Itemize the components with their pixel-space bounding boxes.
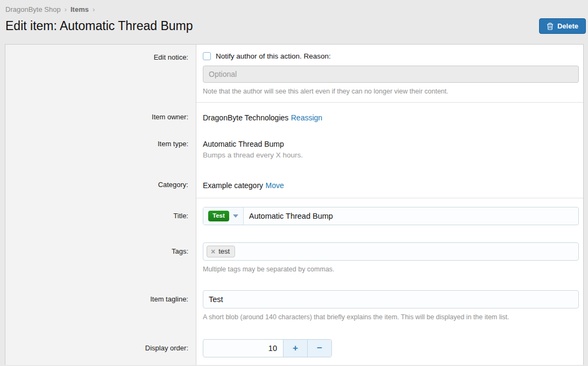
category-label: Category: [5,170,196,198]
delete-button-label: Delete [557,22,578,30]
tagline-label: Item tagline: [5,282,196,329]
page-header: DragonByte Shop›Items› Edit item: Automa… [0,0,588,34]
title-input[interactable] [244,207,578,225]
title-input-group: Test [203,207,579,225]
breadcrumb-separator: › [93,5,95,13]
form-row-edit-notice: Edit notice: Notify author of this actio… [5,45,583,103]
trash-icon [547,23,554,30]
edit-notice-reason-input[interactable] [203,66,579,83]
move-category-link[interactable]: Move [266,181,284,190]
tagline-input[interactable] [203,290,579,308]
display-order-label: Display order: [5,329,196,365]
item-owner-value: DragonByte Technologies [203,113,288,122]
tags-input[interactable]: × test [203,242,579,261]
tags-note: Multiple tags may be separated by commas… [203,265,579,273]
title-prefix-badge: Test [208,211,229,221]
category-value: Example category [203,181,263,190]
edit-notice-label: Edit notice: [5,45,196,103]
breadcrumb-root[interactable]: DragonByte Shop [5,5,61,13]
delete-button[interactable]: Delete [539,18,586,34]
form-row-title: Title: Test [5,198,583,234]
increment-button[interactable]: + [283,340,307,357]
item-owner-label: Item owner: [5,103,196,131]
notify-author-checkbox-label[interactable]: Notify author of this action. Reason: [216,52,331,60]
tag-chip: × test [207,246,235,257]
reassign-link[interactable]: Reassign [291,113,322,122]
notify-author-checkbox[interactable] [203,52,211,60]
edit-notice-note: Note that the author will see this alert… [203,88,579,95]
tagline-note: A short blob (around 140 characters) tha… [203,313,579,321]
form-row-category: Category: Example category Move [5,170,583,198]
form-row-display-order: Display order: + − [5,329,583,365]
breadcrumb-separator: › [65,5,67,13]
title-label: Title: [5,198,196,234]
edit-item-form: Edit notice: Notify author of this actio… [5,44,584,365]
form-row-tagline: Item tagline: A short blob (around 140 c… [5,282,583,329]
item-type-value: Automatic Thread Bump [203,140,579,148]
item-type-label: Item type: [5,131,196,170]
form-row-tags: Tags: × test Multiple tags may be separa… [5,234,583,282]
title-prefix-dropdown[interactable]: Test [203,207,244,225]
decrement-button[interactable]: − [307,340,331,357]
breadcrumb-items[interactable]: Items [70,5,89,13]
form-row-item-type: Item type: Automatic Thread Bump Bumps a… [5,131,583,170]
page-title: Edit item: Automatic Thread Bump [5,19,193,33]
chevron-down-icon [233,214,238,218]
item-type-description: Bumps a thread every X hours. [203,151,579,159]
breadcrumb: DragonByte Shop›Items› [5,5,586,13]
display-order-input[interactable] [203,340,283,357]
form-row-item-owner: Item owner: DragonByte Technologies Reas… [5,103,583,131]
tag-chip-label: test [218,247,230,255]
tag-remove-x-icon[interactable]: × [211,248,215,255]
tags-label: Tags: [5,234,196,282]
display-order-stepper: + − [203,339,332,357]
